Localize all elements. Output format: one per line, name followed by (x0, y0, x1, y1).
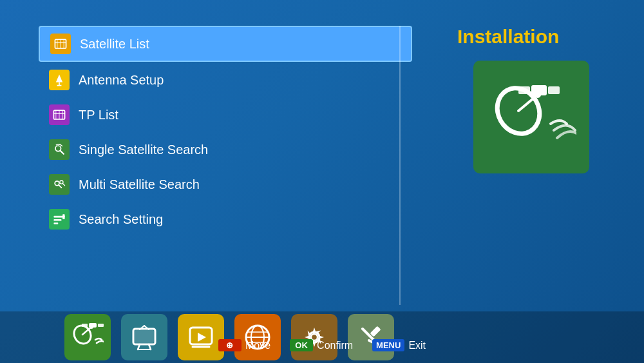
bottom-bar (0, 311, 644, 363)
antenna-setup-label: Antenna Setup (79, 73, 164, 88)
satellite-list-label: Satellite List (80, 37, 149, 52)
bottom-icon-settings[interactable] (291, 314, 337, 360)
left-panel: Satellite List Antenna Setup (39, 26, 412, 311)
menu-item-satellite-list[interactable]: Satellite List (39, 26, 412, 62)
antenna-setup-icon (49, 70, 70, 90)
bottom-icon-media[interactable] (178, 314, 224, 360)
installation-title: Installation (457, 26, 559, 48)
svg-rect-21 (53, 222, 58, 224)
single-search-icon (49, 139, 70, 160)
bottom-icon-tools[interactable] (348, 314, 394, 360)
control-exit: MENU Exit (372, 339, 426, 351)
exit-badge: MENU (372, 339, 404, 351)
menu-item-single-satellite-search[interactable]: Single Satellite Search (39, 133, 412, 166)
main-container: Satellite List Antenna Setup (0, 0, 644, 363)
bottom-controls: ⊕ Move OK Confirm MENU Exit (0, 339, 644, 351)
svg-rect-34 (89, 323, 97, 328)
divider (399, 26, 401, 305)
svg-line-16 (59, 185, 61, 188)
menu-item-multi-satellite-search[interactable]: Multi Satellite Search (39, 168, 412, 201)
move-badge: ⊕ (218, 339, 242, 351)
bottom-icons (0, 314, 644, 360)
svg-marker-5 (56, 74, 62, 82)
bottom-icon-globe[interactable] (234, 314, 281, 360)
multi-search-label: Multi Satellite Search (79, 177, 200, 192)
svg-rect-20 (53, 219, 61, 221)
right-panel: Installation (412, 26, 605, 311)
satellite-list-icon (50, 34, 71, 54)
multi-search-icon (49, 174, 70, 195)
svg-rect-29 (548, 86, 560, 94)
svg-rect-56 (370, 326, 381, 337)
move-label: Move (245, 340, 270, 351)
svg-rect-28 (518, 86, 530, 94)
menu-item-tp-list[interactable]: TP List (39, 98, 412, 132)
svg-line-14 (61, 151, 64, 154)
svg-rect-22 (62, 214, 64, 219)
search-setting-icon (49, 209, 70, 230)
control-confirm: OK Confirm (290, 339, 353, 351)
tp-list-icon (49, 104, 70, 125)
search-setting-label: Search Setting (79, 212, 163, 227)
control-move: ⊕ Move (218, 339, 270, 351)
svg-rect-27 (531, 85, 547, 95)
bottom-icon-tv[interactable] (121, 314, 167, 360)
svg-rect-35 (82, 324, 88, 327)
confirm-label: Confirm (317, 340, 353, 351)
satellite-icon-box (473, 61, 589, 173)
menu-item-search-setting[interactable]: Search Setting (39, 202, 412, 236)
single-search-label: Single Satellite Search (79, 142, 208, 157)
confirm-badge: OK (290, 339, 313, 351)
svg-rect-36 (98, 324, 104, 327)
exit-label: Exit (408, 340, 426, 351)
tp-list-label: TP List (79, 108, 118, 123)
svg-line-18 (63, 184, 65, 186)
bottom-icon-satellite[interactable] (64, 314, 111, 360)
menu-item-antenna-setup[interactable]: Antenna Setup (39, 63, 412, 97)
